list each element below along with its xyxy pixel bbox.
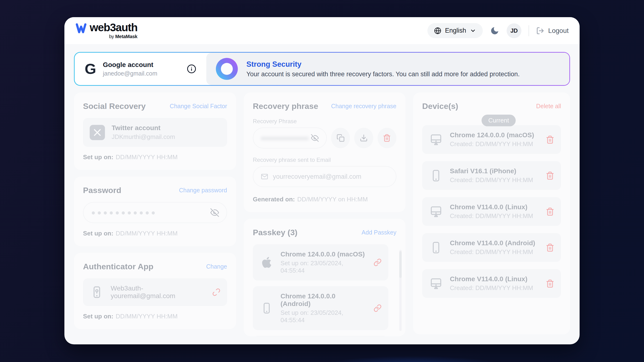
security-ring-icon (216, 58, 238, 80)
link-icon[interactable] (374, 258, 382, 266)
account-email: janedoe@gmail.com (103, 70, 157, 77)
desktop-icon (429, 133, 443, 146)
link-icon[interactable] (374, 304, 382, 312)
device-created: Created: DD/MM/YYY HH:MM (450, 284, 533, 292)
social-setup-date: Set up on:DD/MM/YYYY HH:MM (83, 153, 227, 161)
social-recovery-card: Social Recovery Change Social Factor Twi… (74, 92, 236, 170)
trash-icon[interactable] (546, 135, 554, 144)
download-phrase-button[interactable] (354, 128, 373, 148)
recovery-email-label: Recovery phrase sent to Email (253, 157, 396, 163)
passkey-row: Chrome 124.0.0.0 (Android) Set up on: 23… (253, 286, 388, 330)
recovery-phrase-label: Recovery Phrase (253, 118, 396, 125)
main-panel: web3auth by MetaMask English (64, 17, 580, 344)
recovery-phrase-card: Recovery phrase Change recovery phrase R… (244, 92, 406, 212)
device-row: Chrome V114.0.0 (Android) Created: DD/MM… (422, 233, 561, 262)
x-twitter-icon (90, 125, 105, 140)
web3auth-w-icon (75, 22, 87, 34)
passkey-row: Rome 24.456.355.98 (253, 336, 388, 336)
device-created: Created: DD/MM/YYY HH:MM (450, 248, 535, 256)
change-authenticator-link[interactable]: Change (206, 263, 227, 270)
trash-icon[interactable] (546, 279, 554, 288)
desktop-icon (429, 205, 443, 218)
web3auth-logo: web3auth by MetaMask (75, 22, 138, 39)
password-field[interactable]: ●●●●●●●●●●● (83, 202, 227, 223)
recovery-email-value: yourrecoveryemail@gmail.com (273, 173, 361, 180)
user-avatar[interactable]: JD (506, 23, 522, 38)
delete-all-link[interactable]: Delete all (536, 103, 561, 110)
device-name: Chrome V114.0.0 (Android) (450, 239, 535, 247)
generated-on: Generated on:DD/MM/YYYY on HH:MM (253, 196, 396, 203)
passkey-name: Chrome 124.0.0.0 (macOS) (280, 251, 367, 258)
device-row: Chrome V114.0.0 (Linux) Created: DD/MM/Y… (422, 269, 561, 298)
security-level-title: Strong Security (246, 60, 520, 69)
change-recovery-phrase-link[interactable]: Change recovery phrase (331, 103, 396, 110)
recovery-email-field[interactable]: yourrecoveryemail@gmail.com (253, 166, 396, 187)
smartphone-icon (429, 169, 443, 182)
twitter-account-email: JDKmurthi@gmail.com (112, 133, 175, 141)
recovery-phrase-field[interactable]: xxxxxxxxxxxxxxxx (253, 127, 327, 148)
authenticator-row: Web3auth-youremail@gmal.com (83, 278, 227, 306)
apple-icon (260, 256, 274, 269)
security-status: Strong Security Your account is secured … (206, 53, 569, 85)
authenticator-phone-icon (90, 286, 104, 299)
device-name: Chrome V114.0.0 (Linux) (450, 203, 533, 211)
add-passkey-link[interactable]: Add Passkey (362, 229, 396, 236)
unlink-icon[interactable] (212, 288, 220, 296)
device-name: Chrome V114.0.0 (Linux) (450, 275, 533, 283)
device-row: Safari V16.1 (iPhone) Created: DD/MM/YYY… (422, 161, 561, 190)
devices-title: Device(s) (422, 101, 458, 111)
chevron-down-icon (470, 28, 476, 34)
language-selector[interactable]: English (428, 23, 483, 38)
brand-byline: by MetaMask (90, 34, 138, 39)
eye-off-icon[interactable] (210, 208, 219, 217)
passkey-setup: Set up on: 23/05/2024, 04:55:44 (280, 260, 367, 274)
dark-mode-moon-icon[interactable] (490, 26, 500, 35)
password-title: Password (83, 186, 122, 195)
trash-icon (383, 134, 391, 142)
logout-icon (536, 27, 544, 35)
delete-phrase-button[interactable] (378, 128, 396, 148)
passkey-scrollbar[interactable] (399, 250, 402, 331)
logout-button[interactable]: Logout (536, 27, 569, 35)
account-title: Google account (103, 61, 157, 69)
passkey-card: Passkey (3) Add Passkey Chrome 124.0.0.0… (244, 219, 406, 336)
device-name: Chrome 124.0.0.0 (macOS) (450, 131, 534, 139)
password-masked-value: ●●●●●●●●●●● (91, 209, 210, 217)
scrollbar-thumb[interactable] (399, 251, 402, 278)
envelope-icon (261, 173, 268, 180)
authenticator-title: Authenticator App (83, 262, 153, 271)
smartphone-icon (429, 241, 443, 254)
security-level-description: Your account is secured with three recov… (246, 70, 520, 78)
logout-label: Logout (548, 27, 569, 34)
passkey-setup: Set up on: 23/05/2024, 04:55:44 (280, 309, 367, 324)
change-social-factor-link[interactable]: Change Social Factor (170, 103, 227, 110)
password-card: Password Change password ●●●●●●●●●●● Set… (74, 177, 236, 246)
current-device-badge: Current (482, 115, 516, 126)
smartphone-icon (260, 302, 274, 314)
device-row: Chrome 124.0.0.0 (macOS) Created: DD/MM/… (422, 125, 561, 154)
info-icon[interactable] (187, 64, 196, 74)
eye-off-icon[interactable] (311, 134, 319, 142)
device-name: Safari V16.1 (iPhone) (450, 167, 533, 175)
authenticator-setup-date: Set up on:DD/MM/YYYY HH:MM (83, 313, 227, 320)
connected-account: G Google account janedoe@gmail.com (75, 53, 206, 85)
copy-phrase-button[interactable] (331, 128, 350, 148)
device-created: Created: DD/MM/YYY HH:MM (450, 212, 533, 220)
authenticator-card: Authenticator App Change Web3auth-yourem… (74, 253, 236, 329)
passkey-name: Chrome 124.0.0.0 (Android) (280, 292, 367, 308)
trash-icon[interactable] (546, 243, 554, 252)
trash-icon[interactable] (546, 171, 554, 180)
copy-icon (336, 134, 345, 142)
google-icon: G (85, 61, 96, 76)
device-created: Created: DD/MM/YYY HH:MM (450, 140, 534, 148)
change-password-link[interactable]: Change password (179, 187, 227, 194)
desktop-icon (429, 277, 443, 290)
brand-name: web3auth (90, 22, 138, 33)
recovery-phrase-title: Recovery phrase (253, 101, 318, 111)
language-label: English (445, 27, 466, 34)
password-setup-date: Set up on:DD/MM/YYYY HH:MM (83, 230, 227, 237)
globe-icon (434, 27, 441, 34)
passkey-title: Passkey (3) (253, 228, 298, 237)
authenticator-account: Web3auth-youremail@gmal.com (111, 285, 206, 300)
trash-icon[interactable] (546, 207, 554, 216)
